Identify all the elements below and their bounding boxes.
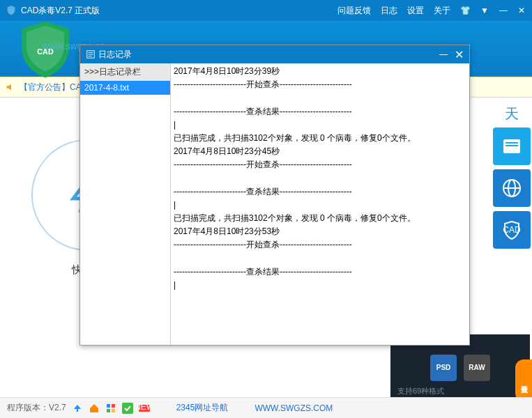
log-line: --------------------------查杀结果----------… (174, 185, 466, 199)
nav-link-2[interactable]: WWW.SWGZS.COM (254, 403, 333, 413)
log-sidebar-header: >>>日志记录栏 (80, 63, 170, 81)
log-line: | (174, 279, 466, 292)
log-line: --------------------------开始查杀----------… (174, 238, 466, 251)
svg-rect-8 (107, 404, 110, 408)
log-line: --------------------------开始查杀----------… (174, 158, 466, 171)
titlebar: CAD杀毒V2.7 正式版 问题反馈 日志 设置 关于 👕 ▼ — ✕ (0, 0, 532, 21)
close-button[interactable]: ✕ (517, 6, 526, 15)
log-line: 2017年4月8日10时23分39秒 (174, 65, 466, 78)
format-caption: 支持69种格式 (397, 386, 444, 396)
svg-rect-2 (506, 142, 518, 144)
download-badge[interactable]: 免费下载 (515, 359, 532, 401)
log-line (174, 91, 466, 104)
side-button-2[interactable] (493, 169, 531, 207)
svg-rect-9 (112, 404, 115, 408)
svg-rect-10 (107, 409, 110, 412)
svg-rect-3 (506, 145, 518, 146)
settings-link[interactable]: 设置 (407, 5, 424, 17)
log-sidebar: >>>日志记录栏 2017-4-8.txt (80, 63, 171, 345)
log-line: 2017年4月8日10时23分53秒 (174, 225, 466, 238)
feedback-link[interactable]: 问题反馈 (337, 5, 371, 17)
right-column: 天 CAD (492, 77, 532, 249)
speaker-icon (6, 82, 15, 92)
log-line: --------------------------查杀结果----------… (174, 105, 466, 118)
document-icon (499, 134, 524, 159)
globe-icon (499, 176, 524, 201)
log-file-item[interactable]: 2017-4-8.txt (80, 81, 170, 95)
new-icon[interactable]: NEW (139, 403, 150, 414)
format-raw: RAW (464, 355, 490, 381)
day-label: 天 (505, 104, 519, 123)
check-icon[interactable] (122, 403, 133, 414)
side-button-3[interactable]: CAD (493, 211, 531, 249)
log-icon (86, 49, 96, 59)
format-psd: PSD (430, 355, 457, 381)
log-line: 已扫描完成，共扫描3102个对象，发现 0 个病毒，修复0个文件。 (174, 212, 466, 225)
up-arrow-icon[interactable] (72, 403, 83, 414)
version-label: 程序版本：V2.7 (7, 402, 66, 414)
log-line: --------------------------开始查杀----------… (174, 78, 466, 91)
shield-icon (6, 5, 17, 16)
status-bar: 程序版本：V2.7 NEW 2345网址导航 WWW.SWGZS.COM (0, 397, 532, 418)
titlebar-links: 问题反馈 日志 设置 关于 👕 ▼ (337, 5, 489, 17)
log-window-title: 日志记录 (98, 49, 132, 61)
log-line (174, 172, 466, 185)
log-line: | (174, 199, 466, 212)
log-line: --------------------------查杀结果----------… (174, 265, 466, 279)
shield-small-icon: CAD (499, 217, 524, 242)
log-window: 日志记录 — ✕ >>>日志记录栏 2017-4-8.txt 2017年4月8日… (79, 45, 470, 346)
svg-rect-12 (122, 403, 133, 414)
window-buttons: — ✕ (499, 6, 526, 15)
log-content[interactable]: 2017年4月8日10时23分39秒----------------------… (171, 63, 469, 345)
about-link[interactable]: 关于 (434, 5, 450, 17)
log-window-body: >>>日志记录栏 2017-4-8.txt 2017年4月8日10时23分39秒… (80, 63, 469, 345)
minimize-button[interactable]: — (499, 6, 508, 15)
log-line (174, 252, 466, 265)
announcement-text: 【官方公告】CA (20, 82, 82, 93)
log-window-titlebar: 日志记录 — ✕ (80, 45, 469, 63)
log-close-button[interactable]: ✕ (455, 48, 464, 61)
svg-text:CAD: CAD (503, 225, 521, 235)
shirt-icon[interactable]: 👕 (460, 6, 471, 15)
log-minimize-button[interactable]: — (439, 49, 448, 59)
side-button-1[interactable] (493, 127, 531, 165)
svg-text:NEW: NEW (139, 403, 150, 412)
log-link[interactable]: 日志 (381, 5, 397, 17)
log-line: 已扫描完成，共扫描3102个对象，发现 0 个病毒，修复0个文件。 (174, 132, 466, 145)
wifi-icon[interactable]: ▼ (480, 6, 489, 15)
grid-icon[interactable] (105, 403, 116, 414)
log-line: | (174, 118, 466, 132)
log-line: 2017年4月8日10时23分45秒 (174, 145, 466, 158)
app-title: CAD杀毒V2.7 正式版 (21, 5, 337, 17)
nav-link-1[interactable]: 2345网址导航 (176, 402, 229, 414)
home-icon[interactable] (89, 403, 100, 414)
svg-rect-11 (112, 409, 115, 412)
